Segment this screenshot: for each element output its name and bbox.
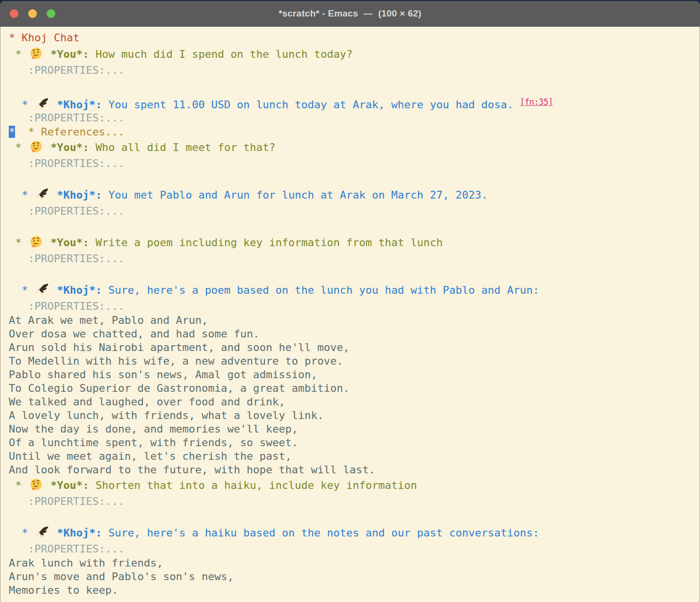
properties-drawer[interactable]: :PROPERTIES:...	[9, 252, 124, 265]
text-segment: To Medellin with his wife, a new adventu…	[9, 355, 343, 367]
properties-drawer-folded[interactable]: :PROPERTIES:...	[9, 251, 698, 266]
close-button[interactable]	[10, 9, 18, 18]
text-segment: And look forward to the future, with hop…	[9, 464, 375, 476]
text-segment	[44, 479, 50, 491]
poem-line[interactable]: To Medellin with his wife, a new adventu…	[9, 354, 698, 368]
text-segment: *	[9, 48, 28, 60]
haiku-line[interactable]: Arak lunch with friends,	[9, 556, 698, 570]
properties-drawer[interactable]: :PROPERTIES:...	[9, 495, 124, 507]
text-segment: Memories to keep.	[9, 584, 118, 596]
text-segment: Who all did I meet for that?	[89, 141, 275, 153]
text-segment: To Colegio Superior de Gastronomia, a gr…	[9, 382, 350, 394]
buffer[interactable]: * Khoj Chat * *You*: How much did I spen…	[0, 27, 700, 602]
blank-line[interactable]	[9, 218, 698, 234]
properties-drawer-folded[interactable]: :PROPERTIES:...	[9, 542, 698, 556]
chat-message-you[interactable]: * *You*: Shorten that into a haiku, incl…	[9, 477, 698, 494]
poem-line[interactable]: Until we meet again, let's cherish the p…	[9, 450, 698, 463]
properties-drawer[interactable]: :PROPERTIES:...	[9, 205, 124, 217]
text-segment	[44, 48, 50, 60]
text-segment: *You*:	[50, 141, 89, 153]
properties-drawer[interactable]: :PROPERTIES:...	[9, 543, 124, 555]
poem-line[interactable]: And look forward to the future, with hop…	[9, 463, 698, 477]
text-segment: *You*:	[50, 236, 89, 249]
thinking-face-icon	[30, 478, 43, 491]
poem-line[interactable]: Arun sold his Nairobi apartment, and soo…	[9, 341, 698, 354]
thinking-face-icon	[30, 235, 43, 249]
text-segment: *	[9, 189, 34, 201]
thinking-face-icon	[30, 47, 43, 60]
traffic-lights	[10, 9, 55, 18]
titlebar[interactable]: *scratch* - Emacs — (100 × 62)	[0, 1, 700, 27]
emacs-window: *scratch* - Emacs — (100 × 62) * Khoj Ch…	[0, 1, 700, 602]
text-segment: Of a lunchtime spent, with friends, so s…	[9, 436, 298, 449]
references-heading-line[interactable]: * * References...	[9, 125, 698, 139]
text-segment: *	[9, 236, 28, 249]
properties-drawer-folded[interactable]: :PROPERTIES:...	[9, 204, 698, 218]
properties-drawer[interactable]: :PROPERTIES:...	[9, 64, 124, 76]
poem-line[interactable]: At Arak we met, Pablo and Arun,	[9, 314, 698, 327]
properties-drawer[interactable]: :PROPERTIES:...	[9, 112, 124, 124]
thinking-face-icon	[30, 140, 43, 153]
eagle-icon	[36, 283, 49, 296]
text-segment: * Khoj Chat	[9, 32, 80, 44]
blank-line[interactable]	[9, 266, 698, 282]
org-heading-khoj-chat[interactable]: * Khoj Chat	[9, 30, 698, 46]
minimize-button[interactable]	[28, 9, 37, 18]
chat-message-khoj[interactable]: * *Khoj*: You spent 11.00 USD on lunch t…	[9, 93, 698, 111]
text-segment: *	[9, 479, 28, 491]
text-segment: How much did I spend on the lunch today?	[89, 48, 352, 60]
text-segment: *	[9, 141, 28, 153]
poem-line[interactable]: Now the day is done, and memories we'll …	[9, 422, 698, 436]
poem-line[interactable]: A lovely lunch, with friends, what a lov…	[9, 409, 698, 422]
chat-message-khoj[interactable]: * *Khoj*: Sure, here's a haiku based on …	[9, 524, 698, 542]
text-segment: A lovely lunch, with friends, what a lov…	[9, 409, 324, 421]
chat-message-you[interactable]: * *You*: How much did I spend on the lun…	[9, 46, 698, 63]
footnote-link[interactable]: [fn:35]	[520, 97, 553, 107]
text-segment: We talked and laughed, over food and dri…	[9, 396, 285, 408]
blank-line[interactable]	[9, 509, 698, 524]
blank-line[interactable]	[9, 78, 698, 93]
poem-line[interactable]: Of a lunchtime spent, with friends, so s…	[9, 436, 698, 450]
text-segment: Now the day is done, and memories we'll …	[9, 423, 298, 435]
text-segment: *Khoj*:	[57, 284, 102, 296]
haiku-line[interactable]: Arun's move and Pablo's son's news,	[9, 570, 698, 584]
text-segment	[44, 141, 50, 153]
properties-drawer[interactable]: :PROPERTIES:...	[9, 300, 124, 312]
text-segment: At Arak we met, Pablo and Arun,	[9, 314, 208, 326]
poem-line[interactable]: Over dosa we chatted, and had some fun.	[9, 327, 698, 341]
text-segment: You spent 11.00 USD on lunch today at Ar…	[102, 99, 520, 111]
properties-drawer[interactable]: :PROPERTIES:...	[9, 157, 124, 169]
haiku-line[interactable]: Memories to keep.	[9, 584, 698, 597]
poem-line[interactable]: We talked and laughed, over food and dri…	[9, 395, 698, 409]
text-segment: Write a poem including key information f…	[89, 236, 442, 249]
text-segment	[50, 189, 57, 201]
chat-message-khoj[interactable]: * *Khoj*: You met Pablo and Arun for lun…	[9, 186, 698, 204]
text-segment	[44, 236, 50, 249]
blank-line[interactable]	[9, 171, 698, 186]
zoom-button[interactable]	[47, 9, 55, 18]
text-segment: *Khoj*:	[57, 527, 102, 539]
chat-message-you[interactable]: * *You*: Who all did I meet for that?	[9, 139, 698, 156]
references-folded-heading[interactable]: * References...	[15, 126, 124, 138]
text-segment	[50, 284, 57, 296]
text-segment: You met Pablo and Arun for lunch at Arak…	[102, 189, 488, 201]
poem-line[interactable]: Pablo shared his son's news, Amal got ad…	[9, 368, 698, 382]
chat-message-khoj[interactable]: * *Khoj*: Sure, here's a poem based on t…	[9, 282, 698, 299]
text-segment: Arun's move and Pablo's son's news,	[9, 570, 234, 583]
text-segment	[50, 99, 57, 111]
properties-drawer-folded[interactable]: :PROPERTIES:...	[9, 299, 698, 314]
properties-drawer-folded[interactable]: :PROPERTIES:...	[9, 111, 698, 125]
text-segment: *Khoj*:	[57, 189, 102, 201]
properties-drawer-folded[interactable]: :PROPERTIES:...	[9, 63, 698, 78]
text-segment: *	[9, 284, 34, 296]
chat-message-you[interactable]: * *You*: Write a poem including key info…	[9, 234, 698, 251]
poem-line[interactable]: To Colegio Superior de Gastronomia, a gr…	[9, 382, 698, 395]
text-segment: Shorten that into a haiku, include key i…	[89, 479, 417, 491]
text-segment: Over dosa we chatted, and had some fun.	[9, 328, 260, 340]
eagle-icon	[36, 188, 49, 201]
text-segment: Sure, here's a haiku based on the notes …	[102, 527, 539, 539]
properties-drawer-folded[interactable]: :PROPERTIES:...	[9, 494, 698, 509]
text-cursor: *	[9, 126, 15, 138]
window-title: *scratch* - Emacs — (100 × 62)	[279, 8, 421, 19]
properties-drawer-folded[interactable]: :PROPERTIES:...	[9, 156, 698, 171]
